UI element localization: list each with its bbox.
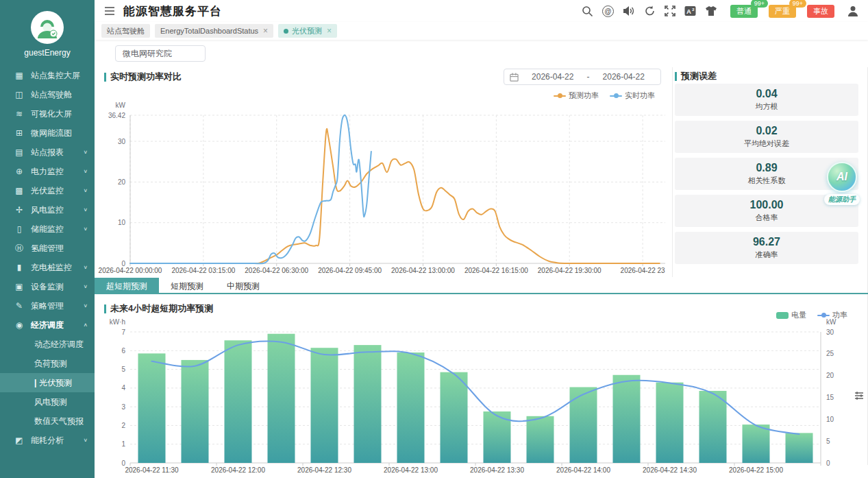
economic-dispatch-icon: ◉	[14, 320, 25, 330]
sidebar-subitem-label: 负荷预测	[34, 358, 67, 370]
chevron-up-icon: ∧	[83, 322, 88, 328]
sidebar-subitem-label: 动态经济调度	[34, 339, 84, 350]
power-monitor-icon: ⊕	[14, 167, 25, 176]
tab-label: 站点驾驶舱	[107, 26, 145, 36]
station-select[interactable]: 微电网研究院	[115, 45, 206, 62]
tab-station-cockpit[interactable]: 站点驾驶舱	[101, 24, 150, 38]
chevron-down-icon: ∨	[83, 265, 88, 270]
svg-text:3: 3	[121, 403, 125, 411]
sidebar-item-power-monitor[interactable]: ⊕电力监控∨	[0, 162, 95, 181]
svg-text:15: 15	[826, 394, 834, 401]
sidebar-item-economic-dispatch[interactable]: ◉经济调度∧	[0, 315, 95, 335]
tab-label: EnergyTotalDashboardStatus	[160, 27, 258, 35]
panel-divider	[672, 67, 673, 277]
sidebar-item-label: 站点驾驶舱	[31, 89, 88, 101]
sidebar-item-weather-forecast[interactable]: 数值天气预报	[0, 411, 95, 431]
sidebar-item-label: 电力监控	[31, 166, 83, 178]
sidebar-item-energy-flow[interactable]: ⊞微网能流图	[0, 123, 95, 143]
date-start[interactable]: 2026-04-22	[521, 72, 584, 82]
sidebar-item-station-cockpit[interactable]: ◫站点驾驶舱	[0, 85, 95, 104]
date-range-picker[interactable]: 2026-04-22 - 2026-04-22	[504, 69, 661, 85]
tab-energy-dashboard[interactable]: EnergyTotalDashboardStatus×	[155, 24, 273, 38]
tab-strip: 站点驾驶舱EnergyTotalDashboardStatus×光伏预测×	[95, 22, 868, 40]
metric-card: 0.04均方根	[675, 84, 858, 116]
svg-text:A: A	[686, 8, 691, 15]
sidebar-item-label: 光伏监控	[31, 185, 83, 197]
title-accent-bar	[104, 304, 106, 313]
legend-label: 实时功率	[625, 91, 655, 101]
sidebar-item-charging-pile[interactable]: ▮充电桩监控∨	[0, 258, 95, 277]
station-screen-icon: ▦	[14, 71, 25, 80]
close-icon[interactable]: ×	[327, 26, 332, 36]
sidebar-item-label: 储能监控	[31, 224, 83, 235]
date-end[interactable]: 2026-04-22	[593, 72, 656, 82]
chart-toolbox-icon[interactable]	[854, 391, 864, 403]
metrics-title-text: 预测误差	[681, 70, 717, 82]
alarm-badge-normal[interactable]: 普通99+	[730, 5, 758, 18]
date-separator: -	[587, 72, 590, 82]
chevron-down-icon: ∨	[83, 207, 88, 213]
sidebar-item-label: 充电桩监控	[31, 262, 83, 274]
sidebar-item-label: 设备监测	[31, 281, 83, 293]
sidebar-item-hydrogen[interactable]: Ⓗ氢能管理	[0, 239, 95, 258]
forecast-tab-1[interactable]: 短期预测	[159, 278, 215, 294]
visualization-icon: ≋	[14, 109, 25, 119]
forecast-tab-2[interactable]: 中期预测	[215, 278, 271, 294]
legend-line-marker	[554, 95, 566, 97]
theme-icon[interactable]	[705, 5, 717, 16]
svg-text:6: 6	[121, 347, 125, 355]
cockpit-icon: ◫	[14, 90, 25, 99]
service-center-icon[interactable]: @	[602, 5, 614, 17]
legend-item[interactable]: 实时功率	[610, 91, 655, 101]
sidebar-item-storage-monitor[interactable]: ▯储能监控∨	[0, 219, 95, 239]
sidebar-item-energy-analysis[interactable]: ◩能耗分析∨	[0, 431, 95, 450]
content: 微电网研究院 实时预测功率对比 2026-04-22 - 2026-04-22 …	[95, 40, 868, 478]
metric-value: 96.27	[753, 236, 780, 248]
search-icon[interactable]	[582, 5, 593, 17]
sidebar-item-wind-forecast[interactable]: 风电预测	[0, 392, 95, 411]
svg-text:2026-04-22 11:30: 2026-04-22 11:30	[125, 466, 179, 474]
sidebar-item-station-report[interactable]: ▤站点报表∨	[0, 143, 95, 162]
sidebar-item-station-screen[interactable]: ▦站点集控大屏	[0, 66, 95, 85]
sidebar-item-wind-monitor[interactable]: ✢风电监控∨	[0, 200, 95, 219]
title-accent-bar	[104, 73, 106, 82]
svg-text:kW·h: kW·h	[110, 318, 125, 326]
sidebar-item-pv-forecast[interactable]: |光伏预测	[0, 373, 95, 392]
tab-pv-forecast[interactable]: 光伏预测×	[278, 24, 337, 38]
sidebar-item-load-forecast[interactable]: 负荷预测	[0, 354, 95, 373]
forecast-tab-0[interactable]: 超短期预测	[95, 278, 159, 294]
ai-assistant-button[interactable]: AI 能源助手	[821, 162, 863, 205]
avatar[interactable]	[31, 11, 64, 44]
legend-item[interactable]: 预测功率	[554, 91, 599, 101]
sidebar-item-device-monitor[interactable]: ▣设备监测∨	[0, 277, 95, 296]
menu-toggle-icon[interactable]	[104, 6, 115, 16]
ai-assistant-label: 能源助手	[824, 194, 860, 205]
svg-text:1: 1	[121, 440, 125, 448]
alarm-badge-severe[interactable]: 严重99+	[769, 5, 796, 18]
svg-text:2026-04-22 13:30: 2026-04-22 13:30	[470, 466, 524, 474]
active-dot-icon	[284, 29, 288, 34]
future-chart[interactable]: 01234567051015202530kW·hkW2026-04-22 11:…	[100, 317, 854, 478]
user-icon[interactable]	[847, 5, 858, 16]
sidebar-item-pv-monitor[interactable]: ▩光伏监控∨	[0, 181, 95, 200]
svg-text:2026-04-22 06:30:00: 2026-04-22 06:30:00	[245, 267, 308, 274]
close-icon[interactable]: ×	[263, 26, 268, 36]
sidebar-item-strategy[interactable]: ✎策略管理∨	[0, 296, 95, 315]
device-monitor-icon: ▣	[14, 282, 25, 291]
fullscreen-icon[interactable]	[665, 5, 675, 16]
calendar-icon	[510, 73, 519, 82]
sidebar-subitem-label: 光伏预测	[39, 377, 72, 389]
font-size-icon[interactable]: A2	[684, 5, 696, 16]
alarm-badge-accident[interactable]: 事故	[807, 5, 834, 18]
sidebar-item-dynamic-dispatch[interactable]: 动态经济调度	[0, 335, 95, 354]
sidebar-item-label: 微网能流图	[31, 128, 88, 139]
sound-icon[interactable]	[623, 5, 635, 16]
sidebar-item-visual-screen[interactable]: ≋可视化大屏	[0, 104, 95, 123]
svg-text:2026-04-22 12:00: 2026-04-22 12:00	[211, 466, 265, 474]
refresh-icon[interactable]	[644, 5, 656, 16]
metric-value: 0.02	[756, 125, 777, 137]
pv-monitor-icon: ▩	[14, 186, 25, 195]
compare-chart[interactable]: 010203036.42kW2026-04-22 00:00:002026-04…	[99, 100, 671, 280]
energy-analysis-icon: ◩	[14, 435, 25, 445]
svg-text:36.42: 36.42	[108, 112, 125, 119]
